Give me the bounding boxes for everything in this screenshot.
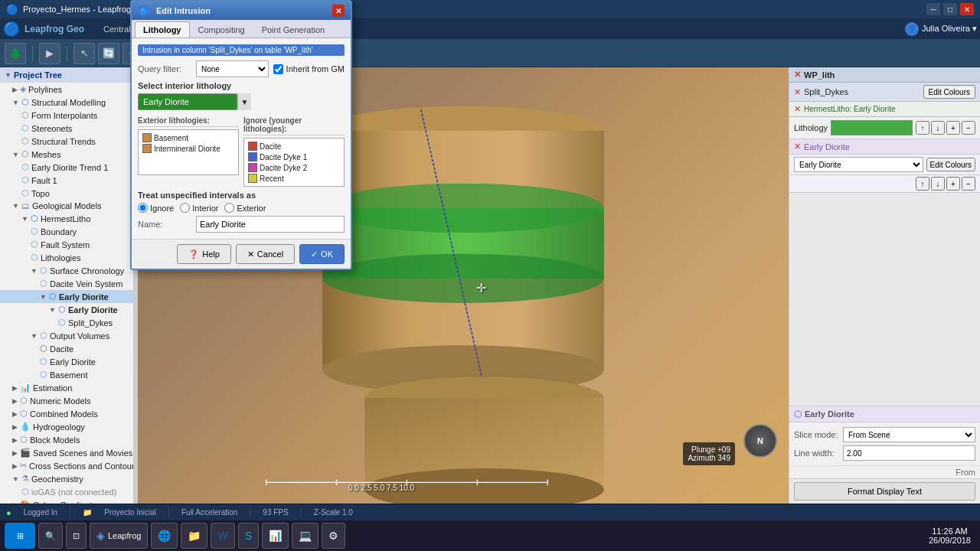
ignore-dacite-dyke2: Dacite Dyke 2	[247, 162, 341, 173]
two-column-section: Exterior lithologies: Basement Intermine…	[138, 116, 345, 187]
select-interior-label: Select interior lithology	[138, 81, 345, 90]
search-button[interactable]: 🔍	[38, 523, 63, 549]
treat-unspecified-label: Treat unspecified intervals as	[138, 191, 345, 200]
dialog-tabs: Lithology Compositing Point Generation	[132, 20, 351, 38]
ignore-col: Ignore (younger lithologies): Dacite Dac…	[243, 116, 345, 187]
leapfrog-taskbar[interactable]: ◈ Leapfrog	[90, 523, 148, 549]
query-filter-row: Query filter: None Inherit from GM	[138, 60, 345, 77]
interior-lithology-selector: Early Diorite ▼	[138, 93, 345, 110]
settings-taskbar[interactable]: ⚙	[322, 523, 345, 549]
ignore-recent: Recent	[247, 173, 341, 184]
help-button[interactable]: ❓ Help	[177, 244, 231, 264]
exterior-interminerail: Interminerail Diorite	[141, 143, 236, 154]
exterior-basement: Basement	[141, 132, 236, 143]
tab-compositing[interactable]: Compositing	[190, 21, 253, 37]
lith-dropdown-arrow[interactable]: ▼	[237, 93, 251, 110]
name-row: Name:	[138, 216, 345, 233]
radio-ignore[interactable]: Ignore	[138, 203, 174, 213]
dialog-close-button[interactable]: ✕	[332, 5, 345, 17]
dialog-section-title: Intrusion in column 'Split_Dykes' on tab…	[138, 44, 345, 56]
chrome-taskbar[interactable]: 🌐	[151, 523, 178, 549]
inherit-from-gm-checkbox[interactable]: Inherit from GM	[273, 64, 345, 74]
app5-taskbar[interactable]: 📊	[262, 523, 289, 549]
dialog-icon: 🔷	[138, 5, 150, 17]
dialog-overlay: 🔷 Edit Intrusion ✕ Lithology Compositing…	[0, 0, 980, 520]
radio-interior[interactable]: Interior	[180, 203, 218, 213]
system-clock: 11:26 AM 26/09/2018	[923, 527, 977, 545]
dialog-titlebar: 🔷 Edit Intrusion ✕	[132, 2, 351, 20]
ignore-dacite-dyke1: Dacite Dyke 1	[247, 152, 341, 162]
skype-taskbar[interactable]: S	[238, 523, 259, 549]
radio-group: Ignore Interior Exterior	[138, 203, 345, 213]
taskbar: ⊞ 🔍 ⊡ ◈ Leapfrog 🌐 📁 W S 📊 💻 ⚙ 11:26 AM …	[0, 520, 980, 551]
help-icon: ❓	[188, 249, 199, 259]
lith-box[interactable]: Early Diorite	[138, 93, 237, 110]
ok-button[interactable]: ✓ OK	[299, 244, 345, 264]
query-filter-select[interactable]: None	[196, 60, 269, 77]
exterior-lith-list: Basement Interminerail Diorite	[138, 129, 239, 175]
ignore-dacite: Dacite	[247, 141, 341, 152]
ok-icon: ✓	[311, 249, 318, 259]
cancel-icon: ✕	[247, 249, 254, 259]
dialog-content: Intrusion in column 'Split_Dykes' on tab…	[132, 38, 351, 239]
tab-lithology[interactable]: Lithology	[135, 21, 190, 37]
radio-exterior[interactable]: Exterior	[224, 203, 266, 213]
edit-intrusion-dialog: 🔷 Edit Intrusion ✕ Lithology Compositing…	[130, 0, 352, 270]
taskview-button[interactable]: ⊡	[66, 523, 87, 549]
name-input[interactable]	[196, 216, 345, 233]
exterior-col: Exterior lithologies: Basement Intermine…	[138, 116, 239, 187]
dialog-footer: ❓ Help ✕ Cancel ✓ OK	[132, 239, 351, 269]
ignore-lith-list: Dacite Dacite Dyke 1 Dacite Dyke 2	[243, 138, 345, 187]
word-taskbar[interactable]: W	[211, 523, 234, 549]
start-button[interactable]: ⊞	[5, 523, 35, 549]
explorer-taskbar[interactable]: 📁	[181, 523, 207, 549]
cancel-button[interactable]: ✕ Cancel	[236, 244, 295, 264]
app6-taskbar[interactable]: 💻	[292, 523, 318, 549]
tab-point-generation[interactable]: Point Generation	[253, 21, 334, 37]
